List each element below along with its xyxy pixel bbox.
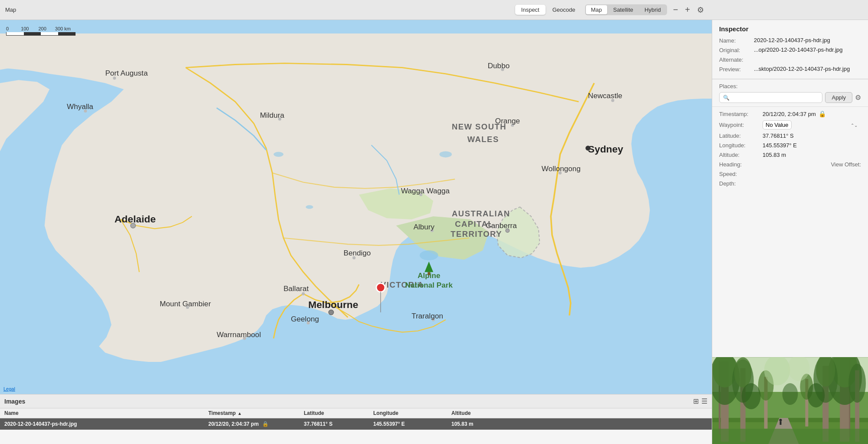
svg-text:CAPITAL: CAPITAL [455,219,493,229]
inspector-name-row: Name: 2020-12-20-140437-ps-hdr.jpg [719,37,861,44]
altitude-label: Altitude: [719,152,763,158]
col-name-header: Name [4,410,208,416]
inspector-original-label: Original: [719,46,754,53]
inspector-panel: Inspector Name: 2020-12-20-140437-ps-hdr… [712,20,868,444]
row-latitude: 37.76811° S [304,421,373,427]
svg-text:Sydney: Sydney [588,143,623,155]
places-section: Places: 🔍 Apply ⚙ [712,79,868,107]
col-timestamp-header: Timestamp ▲ [208,410,304,416]
images-panel: Images ⊞ ☰ Name Timestamp ▲ Latitude Lon… [0,394,712,444]
places-search-box: 🔍 [719,92,822,103]
map-type-satellite[interactable]: Satellite [608,5,638,14]
svg-point-83 [779,419,782,421]
tab-inspect[interactable]: Inspect [515,5,546,15]
inspector-name-value: 2020-12-20-140437-ps-hdr.jpg [754,37,861,43]
svg-text:TERRITORY: TERRITORY [450,229,502,239]
svg-point-79 [742,383,761,409]
inspector-spacer [712,193,868,357]
zoom-in-button[interactable]: + [682,3,693,17]
svg-text:Mildura: Mildura [260,111,285,119]
depth-row: Depth: [719,180,861,187]
col-latitude-header: Latitude [304,410,373,416]
images-view-icons: ⊞ ☰ [693,397,707,405]
altitude-value: 105.83 m [763,152,861,158]
search-icon: 🔍 [723,95,730,101]
places-input[interactable] [731,94,819,101]
heading-row: Heading: View Offset: [719,161,861,168]
scale-200: 200 [38,26,46,31]
apply-button[interactable]: Apply [825,92,852,103]
places-search-row: 🔍 Apply ⚙ [719,92,861,103]
list-view-button[interactable]: ☰ [701,397,707,405]
svg-point-3 [306,205,313,209]
photo-preview [712,357,868,444]
svg-point-6 [329,310,333,315]
row-longitude: 145.55397° E [373,421,451,427]
zoom-out-button[interactable]: − [671,3,681,17]
inspector-preview-label: Preview: [719,66,754,73]
places-label: Places: [719,83,861,89]
svg-text:Adelaide: Adelaide [115,213,156,225]
inspector-alternate-row: Alternate: [719,56,861,63]
svg-text:AUSTRALIAN: AUSTRALIAN [452,209,510,218]
svg-text:Whyalla: Whyalla [67,103,93,111]
main-layout: Adelaide Melbourne Sydney Canberra Geelo… [0,20,868,444]
svg-text:WALES: WALES [467,135,499,144]
waypoint-label: Waypoint: [719,122,763,128]
svg-point-54 [585,146,590,150]
places-gear-button[interactable]: ⚙ [855,93,861,102]
top-bar: Map Inspect Geocode Map Satellite Hybrid… [0,0,868,20]
sort-arrow-icon: ▲ [237,411,242,416]
inspector-header: Inspector Name: 2020-12-20-140437-ps-hdr… [712,20,868,79]
svg-text:Bendigo: Bendigo [343,249,371,257]
inspector-original-row: Original: ...op/2020-12-20-140437-ps-hdr… [719,46,861,53]
timestamp-lock-icon[interactable]: 🔒 [819,110,826,117]
map-area: Adelaide Melbourne Sydney Canberra Geelo… [0,20,712,444]
legal-link[interactable]: Legal [3,386,15,391]
latitude-label: Latitude: [719,133,763,139]
svg-point-4 [440,151,452,157]
svg-text:Traralgon: Traralgon [411,312,443,320]
table-row[interactable]: 2020-12-20-140437-ps-hdr.jpg 20/12/20, 2… [0,418,712,430]
svg-point-1 [420,250,438,260]
inspector-details: Timestamp: 20/12/20, 2:04:37 pm 🔒 Waypoi… [712,107,868,193]
row-altitude: 105.83 m [451,421,503,427]
map-type-map[interactable]: Map [586,5,607,14]
map-scale: 0 100 200 300 km [6,26,76,36]
inspector-preview-value: ...sktop/2020-12-20-140437-ps-hdr.jpg [754,66,861,72]
settings-button[interactable]: ⚙ [694,3,707,17]
timestamp-value-group: 20/12/20, 2:04:37 pm 🔒 [763,110,826,117]
scale-ruler [6,32,76,36]
waypoint-select[interactable]: No Value [763,120,792,129]
svg-text:Dubbo: Dubbo [488,62,510,70]
tab-geocode[interactable]: Geocode [546,5,582,15]
svg-text:Newcastle: Newcastle [588,92,622,100]
top-bar-right-icons: − + ⚙ [671,3,707,17]
svg-point-2 [273,152,283,157]
svg-text:Mount Gambier: Mount Gambier [160,300,211,308]
waypoint-select-wrapper: No Value ⌃⌄ [763,120,861,129]
view-offset-label: View Offset: [831,161,861,168]
svg-rect-84 [780,421,782,425]
svg-text:Melbourne: Melbourne [308,299,358,310]
svg-rect-82 [712,429,868,444]
svg-point-65 [734,357,752,388]
latitude-row: Latitude: 37.76811° S [719,133,861,139]
longitude-value: 145.55397° E [763,142,861,149]
inspector-alternate-label: Alternate: [719,56,754,63]
row-name: 2020-12-20-140437-ps-hdr.jpg [4,421,208,427]
map-container[interactable]: Adelaide Melbourne Sydney Canberra Geelo… [0,20,712,394]
scale-100: 100 [21,26,29,31]
grid-view-button[interactable]: ⊞ [693,397,699,405]
map-type-hybrid[interactable]: Hybrid [639,5,666,14]
svg-text:National Park: National Park [405,281,453,289]
inspector-name-label: Name: [719,37,754,44]
svg-text:Albury: Albury [414,223,435,231]
svg-text:Geelong: Geelong [291,315,319,323]
scale-0: 0 [6,26,9,31]
waypoint-row: Waypoint: No Value ⌃⌄ [719,120,861,129]
images-header: Images ⊞ ☰ [0,394,712,408]
inspector-title: Inspector [719,25,861,33]
inspector-original-value: ...op/2020-12-20-140437-ps-hdr.jpg [754,46,861,53]
row-timestamp: 20/12/20, 2:04:37 pm 🔒 [208,421,304,427]
